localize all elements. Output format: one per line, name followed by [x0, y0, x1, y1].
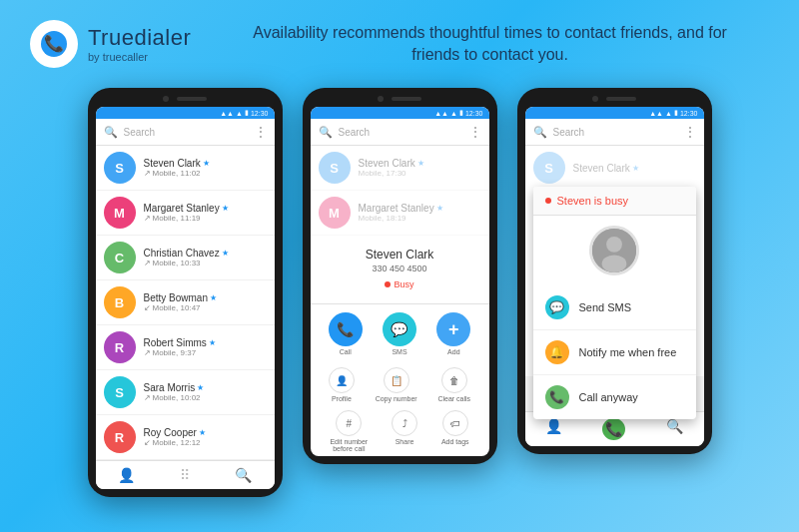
search-bar-2[interactable]: 🔍 Search ⋮ [311, 119, 489, 146]
menu-dots-2[interactable]: ⋮ [469, 125, 481, 139]
edit-number-action[interactable]: # Edit numberbefore call [330, 410, 368, 452]
call-arrow-5: ↗ [144, 348, 151, 357]
profile-action[interactable]: 👤 Profile [329, 367, 355, 402]
nav-call-icon-3[interactable]: 📞 [602, 418, 625, 440]
phone-3: ▲▲ ▲ ▮ 12:30 🔍 Search ⋮ S Steven Clark★ [517, 88, 712, 454]
time-display-2: 12:30 [465, 110, 483, 117]
tagline: Availability recommends thoughtful times… [191, 22, 769, 67]
contact-item-1[interactable]: S Steven Clark★ ↗ Mobile, 11:02 [96, 146, 275, 191]
contact-item-5[interactable]: R Robert Simms★ ↗ Mobile, 9:37 [96, 325, 275, 370]
search-icon-3: 🔍 [533, 126, 547, 139]
time-display-3: 12:30 [680, 110, 698, 117]
avatar-3: C [104, 242, 136, 273]
nav-search-icon[interactable]: 🔍 [235, 467, 252, 483]
profile-icon: 👤 [329, 367, 355, 393]
busy-popup-text: Steven is busy [557, 195, 629, 207]
camera-2 [378, 96, 384, 102]
share-action[interactable]: ⤴ Share [392, 410, 417, 452]
nav-contacts-icon[interactable]: 👤 [118, 467, 135, 483]
status-icons-1: ▲▲ ▲ ▮ 12:30 [220, 109, 268, 117]
call-anyway-icon: 📞 [545, 385, 569, 409]
contact-info-5: Robert Simms★ ↗ Mobile, 9:37 [144, 337, 267, 357]
call-button[interactable]: 📞 [329, 312, 363, 346]
share-label: Share [396, 438, 414, 445]
profile-label: Profile [332, 395, 352, 402]
dimmed-avatar-2: M [319, 197, 351, 229]
contact-item-6[interactable]: S Sara Morris★ ↗ Mobile, 10:02 [96, 370, 275, 415]
contact-detail-2: ↗ Mobile, 11:19 [144, 214, 267, 223]
clear-action[interactable]: 🗑 Clear calls [437, 367, 470, 402]
contact-item-7[interactable]: R Roy Cooper★ ↙ Mobile, 12:12 [96, 415, 275, 460]
call-arrow-3: ↗ [144, 259, 151, 267]
status-bar-3: ▲▲ ▲ ▮ 12:30 [525, 107, 704, 119]
bg-contact-3: S Steven Clark★ [525, 146, 704, 190]
expanded-name: Steven Clark [319, 248, 481, 262]
sms-button[interactable]: 💬 [383, 312, 416, 346]
menu-dots-1[interactable]: ⋮ [255, 125, 267, 139]
nav-dialpad-icon[interactable]: ⠿ [180, 467, 190, 483]
phone-2: ▲▲ ▲ ▮ 12:30 🔍 Search ⋮ S Steven Clark★ … [303, 88, 497, 464]
clear-label: Clear calls [437, 395, 470, 402]
menu-dots-3[interactable]: ⋮ [684, 125, 696, 139]
speaker-2 [392, 97, 421, 101]
search-bar-3[interactable]: 🔍 Search ⋮ [525, 119, 704, 146]
camera-1 [163, 96, 169, 102]
wifi-icon: ▲ [236, 110, 243, 117]
search-placeholder-2[interactable]: Search [339, 127, 463, 138]
contact-detail-6: ↗ Mobile, 10:02 [144, 393, 267, 402]
send-sms-item[interactable]: 💬 Send SMS [533, 285, 696, 330]
contact-name-6: Sara Morris★ [144, 382, 267, 393]
search-bar-1[interactable]: 🔍 Search ⋮ [96, 119, 275, 146]
phone-top-2 [311, 96, 489, 102]
call-anyway-item[interactable]: 📞 Call anyway [533, 375, 696, 419]
wifi-icon-2: ▲ [450, 110, 457, 117]
call-label: Call [340, 348, 352, 355]
search-placeholder-1[interactable]: Search [124, 127, 249, 138]
time-display-1: 12:30 [251, 110, 269, 117]
wifi-icon-3: ▲ [665, 110, 672, 117]
contact-name-1: Steven Clark★ [144, 158, 267, 169]
popup-avatar [589, 226, 639, 275]
camera-3 [592, 96, 598, 102]
nav-contacts-icon-3[interactable]: 👤 [545, 418, 562, 440]
app-subtitle: by truecaller [88, 51, 191, 63]
contact-item-2[interactable]: M Margaret Stanley★ ↗ Mobile, 11:19 [96, 191, 275, 236]
edit-number-label: Edit numberbefore call [330, 438, 368, 452]
busy-popup-dot [545, 198, 551, 204]
avatar-7: R [104, 421, 136, 453]
svg-text:📞: 📞 [44, 34, 64, 53]
battery-icon: ▮ [245, 109, 249, 117]
bg-avatar-3: S [533, 152, 565, 184]
copy-action[interactable]: 📋 Copy number [376, 367, 417, 402]
dimmed-name-1: Steven Clark★ [359, 158, 481, 169]
dimmed-star-1: ★ [417, 159, 424, 168]
contact-detail-7: ↙ Mobile, 12:12 [144, 438, 267, 447]
status-bar-2: ▲▲ ▲ ▮ 12:30 [311, 107, 489, 119]
bg-star-3: ★ [632, 164, 639, 173]
search-placeholder-3[interactable]: Search [553, 127, 678, 138]
contact-info-4: Betty Bowman★ ↙ Mobile, 10:47 [144, 292, 267, 312]
screen-3: ▲▲ ▲ ▮ 12:30 🔍 Search ⋮ S Steven Clark★ [525, 107, 704, 446]
contact-item-3[interactable]: C Christian Chavez★ ↗ Mobile, 10:33 [96, 236, 275, 280]
contact-info-7: Roy Cooper★ ↙ Mobile, 12:12 [144, 427, 267, 447]
popup-avatar-wrap [533, 216, 696, 285]
copy-icon: 📋 [384, 367, 409, 393]
tags-action[interactable]: 🏷 Add tags [441, 410, 469, 452]
dimmed-detail-2: Mobile, 18:19 [359, 214, 481, 223]
tertiary-actions: # Edit numberbefore call ⤴ Share 🏷 Add t… [311, 406, 489, 456]
notify-item[interactable]: 🔔 Notify me when free [533, 330, 696, 375]
contact-info-6: Sara Morris★ ↗ Mobile, 10:02 [144, 382, 267, 402]
phones-container: ▲▲ ▲ ▮ 12:30 🔍 Search ⋮ S Steven Clark★ … [0, 78, 799, 507]
add-button[interactable]: + [436, 312, 470, 346]
share-icon: ⤴ [392, 410, 417, 436]
search-icon-1: 🔍 [104, 126, 118, 139]
avatar-4: B [104, 286, 136, 318]
busy-popup: Steven is busy 💬 Send SMS [533, 187, 696, 419]
contact-detail-4: ↙ Mobile, 10:47 [144, 303, 267, 312]
bottom-nav-1: 👤 ⠿ 🔍 [96, 460, 275, 489]
nav-search-icon-3[interactable]: 🔍 [666, 418, 683, 440]
star-badge-5: ★ [209, 338, 216, 347]
contact-detail-5: ↗ Mobile, 9:37 [144, 348, 267, 357]
notify-icon: 🔔 [545, 340, 569, 364]
contact-item-4[interactable]: B Betty Bowman★ ↙ Mobile, 10:47 [96, 280, 275, 325]
